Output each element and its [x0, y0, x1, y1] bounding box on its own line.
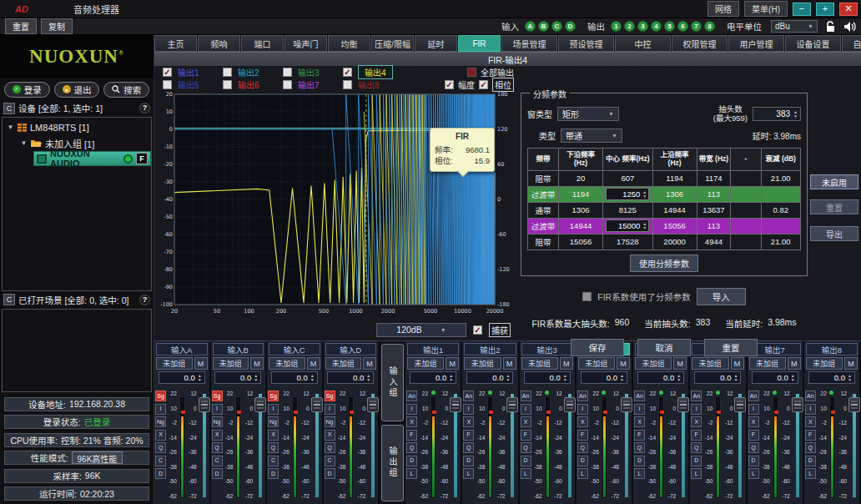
dsp-q-button[interactable]: Q	[325, 442, 335, 453]
expand-arrow-icon[interactable]: ▼	[20, 139, 28, 147]
dsp-i-button[interactable]: I	[634, 404, 645, 415]
apply-crossover-button[interactable]: 使用分频参数	[630, 255, 698, 272]
dsp-an-button[interactable]: An	[748, 391, 759, 401]
main-tab[interactable]: FIR	[458, 35, 501, 52]
dsp-f-button[interactable]: F	[805, 430, 816, 441]
fader-handle[interactable]	[254, 397, 266, 412]
output-toggle-checkbox[interactable]	[223, 68, 232, 77]
fader[interactable]	[254, 391, 264, 502]
fader[interactable]	[792, 391, 802, 502]
channel-title[interactable]: 输入D	[325, 343, 377, 355]
dsp-ng-button[interactable]: Ng	[325, 416, 335, 427]
main-tab[interactable]: 均衡	[328, 35, 370, 52]
dsp-an-button[interactable]: An	[521, 391, 531, 401]
center-freq-spinner[interactable]: 1250▲▼	[606, 188, 649, 200]
dsp-x-button[interactable]: X	[212, 430, 223, 441]
mute-button[interactable]: M	[617, 357, 630, 370]
dsp-an-button[interactable]: An	[691, 391, 702, 401]
dsp-l-button[interactable]: L	[805, 468, 816, 479]
gain-spinner[interactable]: 0.0▲▼	[466, 371, 513, 384]
gain-spinner[interactable]: 0.0▲▼	[410, 371, 456, 384]
dsp-d-button[interactable]: D	[805, 456, 816, 466]
output-toggle-label[interactable]: 输出3	[298, 66, 320, 78]
dsp-c-button[interactable]: C	[212, 456, 223, 466]
dsp-x-button[interactable]: X	[748, 416, 759, 427]
channel-group-button[interactable]: 未加组	[692, 357, 728, 370]
channel-group-button[interactable]: 未加组	[407, 357, 444, 370]
dsp-ng-button[interactable]: Ng	[212, 416, 223, 427]
range-select[interactable]: 120dB▼	[376, 323, 466, 337]
mute-button[interactable]: M	[446, 357, 459, 370]
phase-checkbox[interactable]: ✓	[479, 80, 488, 89]
channel-group-button[interactable]: 未加组	[806, 357, 843, 370]
fader[interactable]	[450, 391, 460, 502]
channel-group-button[interactable]: 未加组	[578, 357, 615, 370]
fader[interactable]	[621, 391, 631, 502]
dsp-x-button[interactable]: X	[521, 416, 531, 427]
channel-group-button[interactable]: 未加组	[269, 357, 305, 370]
scene-help-icon[interactable]: ?	[139, 295, 150, 305]
dsp-c-button[interactable]: C	[268, 456, 279, 466]
dsp-q-button[interactable]: Q	[268, 442, 279, 453]
fader[interactable]	[848, 391, 858, 502]
gain-spinner[interactable]: 0.0▲▼	[159, 371, 205, 384]
dsp-l-button[interactable]: L	[463, 468, 474, 479]
fader-handle[interactable]	[311, 397, 323, 412]
output-toggle-checkbox[interactable]	[223, 80, 232, 89]
dsp-l-button[interactable]: L	[406, 468, 417, 479]
output-toggle-checkbox[interactable]	[283, 80, 292, 89]
center-freq-spinner[interactable]: 15000▲▼	[606, 219, 649, 232]
fader[interactable]	[564, 391, 574, 502]
output-toggle-checkbox[interactable]	[343, 80, 352, 89]
mute-button[interactable]: M	[844, 357, 858, 370]
channel-title[interactable]: 输出2	[464, 343, 516, 355]
channel-group-button[interactable]: 未加组	[635, 357, 672, 370]
management-tab[interactable]: 权限管理	[672, 35, 728, 52]
dsp-x-button[interactable]: X	[634, 416, 645, 427]
gain-spinner[interactable]: 0.0▲▼	[581, 371, 627, 384]
dsp-x-button[interactable]: X	[406, 416, 417, 427]
all-outputs-checkbox[interactable]	[467, 68, 476, 77]
output-toggle-label[interactable]: 输出7	[298, 78, 320, 91]
mute-button[interactable]: M	[673, 357, 687, 370]
management-tab[interactable]: 用户管理	[728, 35, 784, 52]
capture-checkbox[interactable]: ✓	[473, 325, 482, 335]
output-toggle-label[interactable]: 输出2	[238, 66, 259, 78]
expand-arrow-icon[interactable]: ▼	[7, 123, 14, 131]
dsp-f-button[interactable]: F	[521, 430, 531, 441]
dsp-c-button[interactable]: C	[155, 456, 166, 466]
dsp-d-button[interactable]: D	[748, 456, 759, 466]
channel-group-button[interactable]: 未加组	[521, 357, 558, 370]
device-collapse-button[interactable]: C	[3, 103, 15, 114]
dsp-i-button[interactable]: I	[212, 404, 223, 415]
dsp-ng-button[interactable]: Ng	[155, 416, 166, 427]
fir-side-button[interactable]: 导出	[810, 226, 858, 241]
dsp-i-button[interactable]: I	[805, 404, 816, 415]
filter-type-select[interactable]: 带通▼	[561, 129, 622, 143]
gain-spinner[interactable]: 0.0▲▼	[271, 371, 318, 384]
gain-spinner[interactable]: 0.0▲▼	[752, 371, 798, 384]
output-toggle-label[interactable]: 输出8	[358, 78, 380, 91]
management-tab[interactable]: 场景管理	[501, 35, 557, 52]
fader-handle[interactable]	[367, 397, 379, 412]
crossover-action-button[interactable]: 重置	[704, 339, 758, 356]
search-button[interactable]: 搜索	[103, 82, 149, 98]
close-button[interactable]: ✕	[839, 3, 858, 16]
fader-handle[interactable]	[506, 397, 518, 412]
dsp-q-button[interactable]: Q	[155, 442, 166, 453]
channel-group-button[interactable]: 未加组	[749, 357, 786, 370]
fader-handle[interactable]	[792, 397, 803, 412]
dsp-d-button[interactable]: D	[268, 468, 279, 479]
dsp-f-button[interactable]: F	[691, 430, 702, 441]
channel-title[interactable]: 输入A	[156, 343, 208, 355]
mute-button[interactable]: M	[363, 357, 376, 370]
fader[interactable]	[677, 391, 687, 502]
dsp-sg-button[interactable]: Sg	[325, 391, 335, 401]
login-button[interactable]: ✓ 登录	[4, 82, 50, 98]
dsp-sg-button[interactable]: Sg	[212, 391, 223, 401]
dsp-sg-button[interactable]: Sg	[155, 391, 166, 401]
dsp-i-button[interactable]: I	[406, 404, 417, 415]
output-toggle-checkbox[interactable]	[283, 68, 292, 77]
mute-button[interactable]: M	[250, 357, 264, 370]
dsp-x-button[interactable]: X	[805, 416, 816, 427]
